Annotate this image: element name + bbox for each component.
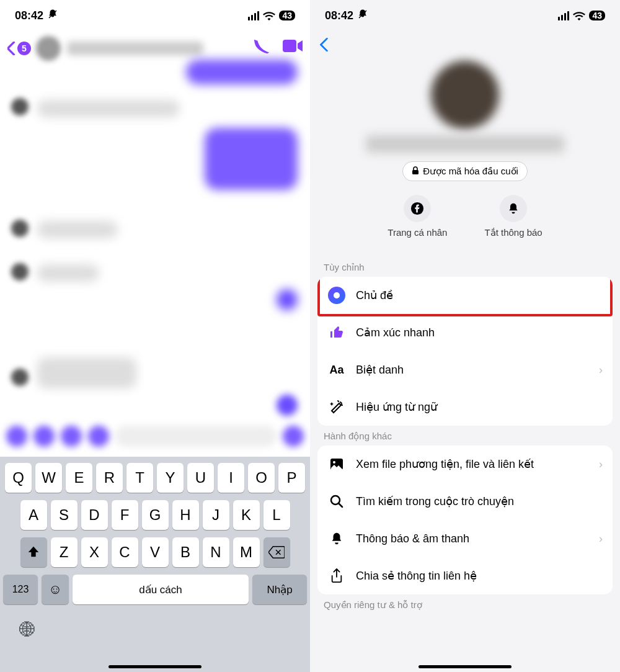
- numeric-key[interactable]: 123: [3, 575, 38, 604]
- profile-action-label: Trang cá nhân: [388, 227, 447, 238]
- search-icon: [327, 494, 346, 509]
- chat-body[interactable]: [0, 66, 310, 457]
- key-v[interactable]: V: [142, 537, 169, 567]
- contact-name: [67, 42, 203, 55]
- back-button[interactable]: [320, 37, 329, 56]
- key-t[interactable]: T: [126, 463, 153, 493]
- image-icon: [327, 457, 346, 472]
- key-g[interactable]: G: [142, 500, 169, 530]
- mic-button[interactable]: [88, 426, 109, 447]
- chevron-right-icon: ›: [599, 532, 603, 545]
- key-i[interactable]: I: [218, 463, 244, 493]
- wifi-icon: [263, 11, 275, 20]
- status-bar: 08:42 43: [0, 0, 310, 31]
- svg-rect-1: [283, 40, 296, 52]
- key-y[interactable]: Y: [157, 463, 184, 493]
- word-effects-row[interactable]: Hiệu ứng từ ngữ: [317, 388, 613, 426]
- key-n[interactable]: N: [203, 537, 229, 567]
- emoji-key[interactable]: ☺: [42, 575, 69, 604]
- nickname-row[interactable]: Aa Biệt danh ›: [317, 351, 613, 388]
- word-effects-label: Hiệu ứng từ ngữ: [356, 400, 603, 414]
- key-s[interactable]: S: [51, 500, 78, 530]
- key-u[interactable]: U: [187, 463, 214, 493]
- key-f[interactable]: F: [112, 500, 138, 530]
- back-button[interactable]: 5: [7, 42, 31, 55]
- space-key[interactable]: dấu cách: [73, 575, 249, 604]
- camera-button[interactable]: [33, 426, 55, 447]
- key-d[interactable]: D: [81, 500, 108, 530]
- key-p[interactable]: P: [278, 463, 305, 493]
- theme-row[interactable]: Chủ đề: [317, 277, 613, 314]
- sender-avatar: [11, 369, 29, 386]
- add-attachment-button[interactable]: [6, 426, 27, 447]
- chat-settings-screen: 08:42 43 Được mã hóa đầu cuối Tra: [310, 0, 620, 672]
- backspace-key[interactable]: [264, 537, 290, 567]
- media-label: Xem file phương tiện, file và liên kết: [356, 457, 589, 471]
- key-x[interactable]: X: [81, 537, 108, 567]
- sent-reaction: [277, 289, 298, 310]
- lock-icon: [412, 166, 419, 177]
- key-z[interactable]: Z: [51, 537, 78, 567]
- status-time: 08:42: [15, 9, 43, 22]
- key-j[interactable]: J: [203, 500, 229, 530]
- notifications-row[interactable]: Thông báo & âm thanh ›: [317, 520, 613, 557]
- encryption-badge[interactable]: Được mã hóa đầu cuối: [402, 161, 528, 181]
- sent-message: [205, 128, 298, 190]
- key-h[interactable]: H: [172, 500, 199, 530]
- key-e[interactable]: E: [66, 463, 92, 493]
- key-k[interactable]: K: [233, 500, 260, 530]
- keyboard: Q W E R T Y U I O P A S D F G H J K L: [0, 457, 310, 672]
- key-c[interactable]: C: [112, 537, 138, 567]
- audio-call-button[interactable]: [253, 38, 270, 58]
- share-contact-row[interactable]: Chia sẻ thông tin liên hệ: [317, 557, 613, 594]
- wifi-icon: [573, 11, 585, 20]
- key-m[interactable]: M: [233, 537, 260, 567]
- profile-name: [366, 135, 564, 153]
- bell-icon: [500, 195, 527, 222]
- key-w[interactable]: W: [35, 463, 62, 493]
- svg-line-8: [339, 503, 342, 507]
- profile-avatar[interactable]: [431, 61, 499, 129]
- share-contact-label: Chia sẻ thông tin liên hệ: [356, 569, 603, 583]
- status-time: 08:42: [325, 9, 353, 22]
- key-o[interactable]: O: [248, 463, 275, 493]
- sent-message: [186, 60, 298, 84]
- share-icon: [327, 568, 346, 584]
- section-title-privacy: Quyền riêng tư & hỗ trợ: [310, 594, 620, 611]
- battery-icon: 43: [279, 11, 295, 20]
- key-l[interactable]: L: [264, 500, 290, 530]
- contact-avatar: [36, 36, 61, 61]
- mute-action[interactable]: Tắt thông báo: [484, 195, 542, 238]
- more-actions-list: Xem file phương tiện, file và liên kết ›…: [317, 446, 613, 594]
- chevron-right-icon: ›: [599, 458, 603, 471]
- theme-icon: [327, 287, 346, 304]
- quick-reaction-row[interactable]: Cảm xúc nhanh: [317, 314, 613, 351]
- contact-title[interactable]: [36, 36, 248, 61]
- text-icon: Aa: [327, 364, 346, 377]
- facebook-icon: [404, 195, 431, 222]
- message-input[interactable]: [115, 426, 277, 447]
- video-call-button[interactable]: [283, 38, 303, 58]
- key-q[interactable]: Q: [5, 463, 32, 493]
- shift-key[interactable]: [20, 537, 47, 567]
- gallery-button[interactable]: [61, 426, 82, 447]
- enter-key[interactable]: Nhập: [252, 575, 307, 604]
- home-indicator: [418, 665, 512, 668]
- like-button[interactable]: [283, 426, 304, 447]
- profile-action[interactable]: Trang cá nhân: [388, 195, 447, 238]
- globe-key[interactable]: 🌐︎: [19, 620, 35, 640]
- section-title-more: Hành động khác: [310, 426, 620, 446]
- theme-label: Chủ đề: [356, 289, 603, 302]
- key-a[interactable]: A: [20, 500, 47, 530]
- received-message: [37, 221, 118, 238]
- key-r[interactable]: R: [96, 463, 123, 493]
- home-indicator: [108, 665, 202, 668]
- search-label: Tìm kiếm trong cuộc trò chuyện: [356, 495, 603, 508]
- key-b[interactable]: B: [172, 537, 199, 567]
- silent-icon: [47, 9, 58, 23]
- status-bar: 08:42 43: [310, 0, 620, 31]
- media-row[interactable]: Xem file phương tiện, file và liên kết ›: [317, 446, 613, 483]
- search-row[interactable]: Tìm kiếm trong cuộc trò chuyện: [317, 483, 613, 520]
- quick-reaction-label: Cảm xúc nhanh: [356, 326, 603, 339]
- encryption-label: Được mã hóa đầu cuối: [423, 166, 518, 177]
